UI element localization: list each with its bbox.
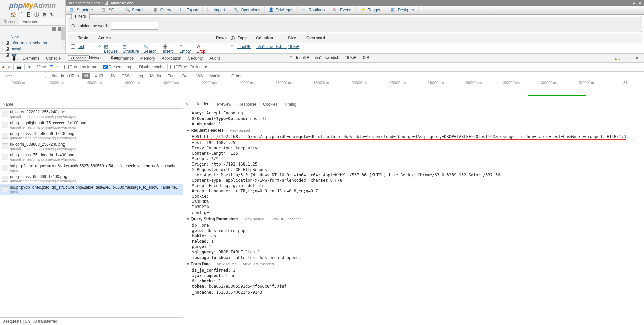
close-detail-icon[interactable]: ✕ [183, 102, 192, 107]
action-insert[interactable]: ➕ Insert [163, 44, 177, 54]
filter-icon[interactable]: ▼ [27, 65, 31, 69]
request-item[interactable]: ui-bg_glass_75_e6e6e6_1x400.png/pma/them… [0, 130, 183, 141]
scrollbar-thumb[interactable] [61, 27, 65, 40]
doc-icon[interactable]: ⓘ [34, 12, 39, 17]
view-parsed-link[interactable]: view parsed [230, 128, 250, 132]
filter-img[interactable]: Img [134, 73, 145, 79]
filter-media[interactable]: Media [148, 73, 163, 79]
form-data-section[interactable]: Form Data view source view URL encoded [186, 260, 641, 268]
collapse-icon[interactable] [52, 27, 56, 31]
filter-input[interactable] [111, 22, 158, 30]
nav-events[interactable]: ⊙Events [329, 6, 357, 14]
row-checkbox[interactable] [71, 44, 75, 49]
db-link[interactable]: one [127, 1, 133, 5]
th-overhead[interactable]: Overhead [304, 35, 328, 42]
nav-sql[interactable]: ▤SQL [97, 6, 121, 14]
record-icon[interactable]: ● [2, 64, 5, 70]
timeline[interactable]: 20000 ms40000 ms60000 ms80000 ms100000 m… [0, 80, 644, 100]
view-url-encoded-link[interactable]: view URL encoded [243, 262, 274, 266]
tab-favorites[interactable]: Favorites [19, 18, 41, 25]
home-icon[interactable]: 🏠 [10, 12, 16, 17]
request-header-line: Accept-Encoding: gzip, deflate [186, 183, 641, 188]
rtab-headers[interactable]: Headers [192, 100, 214, 108]
info-icon[interactable]: ⓘ [229, 35, 235, 42]
tree-item-one[interactable]: −🗄one [1, 52, 64, 58]
logout-icon[interactable]: 📋 [18, 12, 24, 17]
hide-data-urls[interactable]: Hide data URLs [45, 74, 79, 78]
gear-icon[interactable]: ⚙ [42, 12, 47, 17]
view-source-link[interactable]: view source [245, 217, 264, 221]
list-header-name[interactable]: Name [0, 100, 183, 109]
request-item[interactable]: ui-bg_glass_65_ffffff_1x400.png/pma/them… [0, 173, 183, 184]
rtab-cookies[interactable]: Cookies [260, 101, 281, 108]
tree-item-one-new[interactable]: ⊕New [1, 58, 64, 60]
tree-item-mysql[interactable]: +🗄mysql [1, 46, 64, 52]
filter-ws[interactable]: WS [194, 73, 205, 79]
view-source-link[interactable]: view source [217, 262, 237, 266]
request-item[interactable]: sql.php?ajax_request=true&token=b6a6527a… [0, 162, 183, 173]
request-item[interactable]: sql.php?db=one&goto=db_structure.php&tab… [0, 184, 183, 195]
query-params-section[interactable]: Query String Parameters view source view… [186, 215, 641, 223]
action-empty[interactable]: 🗋 Empty [179, 44, 194, 54]
action-drop[interactable]: ⊖ Drop [197, 44, 208, 54]
filter-all[interactable]: All [82, 73, 90, 79]
filter-manifest[interactable]: Manifest [208, 73, 227, 79]
th-collation[interactable]: Collation [254, 35, 286, 42]
help-icon[interactable]: ⧉ [639, 1, 641, 5]
th-table[interactable]: Table [76, 35, 96, 42]
tree-item-infoschema[interactable]: +🗄information_schema [1, 40, 64, 46]
sql-icon[interactable]: 🗄 [26, 12, 31, 17]
settings-icon[interactable]: ⚙ [632, 1, 636, 5]
request-item[interactable]: ui-bg_glass_75_dadada_1x400.png/pma/them… [0, 152, 183, 162]
timeline-tick: 300000 ms [530, 81, 568, 85]
nav-export[interactable]: ⤴Export [175, 6, 203, 14]
filter-input[interactable] [2, 73, 42, 79]
view-small-icon[interactable]: ≡ [56, 65, 58, 69]
group-by-frame[interactable]: Group by frame [64, 65, 97, 69]
preserve-log[interactable]: Preserve log [103, 65, 131, 69]
nav-import[interactable]: ⤵Import [203, 6, 229, 14]
th-size[interactable]: Size [286, 35, 304, 42]
request-item[interactable]: ui-icons_888888_256x240.png/pma/themes/p… [0, 141, 183, 152]
view-large-icon[interactable]: ☰ [50, 65, 53, 69]
filter-xhr[interactable]: XHR [93, 73, 105, 79]
nav-designer[interactable]: ◧Designer [387, 6, 419, 14]
fav-icon[interactable]: ☆ [98, 44, 101, 54]
server-link[interactable]: localhost [86, 1, 100, 5]
console-tab[interactable]: ▪ Console [68, 55, 89, 61]
events-icon: ⊙ [333, 7, 338, 13]
view-url-encoded-link[interactable]: view URL encoded [271, 217, 302, 221]
rtab-timing[interactable]: Timing [281, 101, 300, 108]
nav-triggers[interactable]: ⚡Triggers [357, 6, 387, 14]
row-name[interactable]: test [76, 44, 96, 54]
capture-icon[interactable]: 📷 [16, 65, 22, 69]
action-search[interactable]: 🔍 Search [144, 44, 160, 54]
filter-doc[interactable]: Doc [180, 73, 191, 79]
request-item[interactable]: ui-icons_222222_256x240.png/pma/themes/p… [0, 109, 183, 120]
action-browse[interactable]: ▦ Browse [104, 44, 120, 54]
throttle-select[interactable]: Online ▼ [190, 65, 208, 69]
filter-css[interactable]: CSS [119, 73, 132, 79]
refresh-icon[interactable]: ↻ [49, 12, 55, 17]
nav-query[interactable]: ▣Query [149, 6, 176, 14]
nav-operations[interactable]: 🔧Operations [229, 6, 265, 14]
filter-font[interactable]: Font [166, 73, 178, 79]
clear-icon[interactable]: ⊘ [7, 65, 11, 69]
request-headers-section[interactable]: Request Headers view parsed [186, 127, 641, 134]
offline[interactable]: Offline [170, 65, 187, 69]
nav-privileges[interactable]: 👤Privileges [265, 6, 298, 14]
tree-item-new[interactable]: ⊕New [1, 34, 64, 40]
nav-routines[interactable]: ⚛Routines [298, 6, 329, 14]
request-item[interactable]: ui-bg_highlight-soft_75_cccccc_1x100.png… [0, 120, 183, 130]
action-structure[interactable]: ▤ Structure [123, 44, 141, 54]
disable-cache[interactable]: Disable cache [134, 65, 164, 69]
tab-recent[interactable]: Recent [0, 18, 19, 25]
th-rows[interactable]: Rows [210, 35, 229, 42]
tree-scrollbar[interactable] [61, 27, 65, 50]
th-type[interactable]: Type [235, 35, 254, 42]
filter-js[interactable]: JS [108, 73, 117, 79]
filter-other[interactable]: Other [229, 73, 244, 79]
rtab-preview[interactable]: Preview [214, 101, 235, 108]
nav-search[interactable]: 🔍Search [121, 6, 149, 14]
rtab-response[interactable]: Response [235, 101, 260, 108]
